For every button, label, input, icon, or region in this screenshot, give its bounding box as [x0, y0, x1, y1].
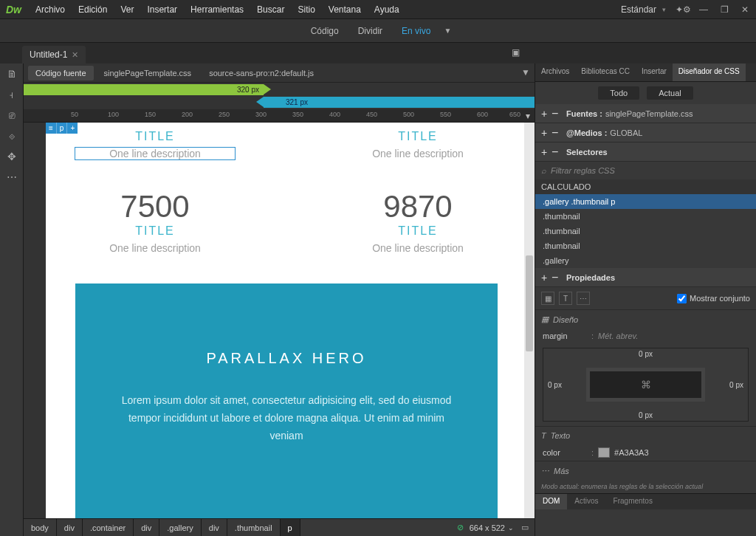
crumb-p[interactable]: p — [281, 519, 300, 536]
tab-fragmentos[interactable]: Fragmentos — [606, 494, 660, 509]
text-category-icon[interactable]: T — [559, 292, 572, 305]
tab-close-icon[interactable]: ✕ — [72, 50, 78, 60]
remove-icon[interactable]: − — [551, 271, 562, 284]
restore-icon[interactable]: ❐ — [716, 3, 732, 16]
add-media-icon[interactable]: + — [541, 127, 551, 139]
view-codigo[interactable]: Código — [305, 23, 345, 39]
crumb-div[interactable]: div — [57, 519, 83, 536]
related-file-css[interactable]: singlePageTemplate.css — [97, 66, 199, 80]
fuentes-row[interactable]: + − Fuentes : singlePageTemplate.css — [535, 104, 756, 123]
selector-item[interactable]: .gallery — [535, 253, 756, 268]
canvas-scrollbar[interactable] — [524, 123, 535, 518]
source-code-pill[interactable]: Código fuente — [28, 66, 94, 80]
file-icon[interactable]: 🗎 — [4, 68, 19, 80]
view-dropdown-icon[interactable]: ▼ — [444, 27, 451, 35]
remove-icon[interactable]: − — [551, 126, 562, 140]
split-icon[interactable]: ⫞ — [4, 89, 19, 100]
color-value[interactable]: #A3A3A3 — [614, 448, 648, 457]
layout-category-icon[interactable]: ▦ — [541, 292, 554, 305]
tab-disenador-css[interactable]: Diseñador de CSS — [673, 63, 746, 81]
close-window-icon[interactable]: ✕ — [737, 3, 753, 16]
margin-left-val[interactable]: 0 px — [548, 381, 562, 389]
element-selection-tag[interactable]: ≡ p + — [46, 123, 78, 134]
stat-card[interactable]: 9870 TITLE One line description — [338, 186, 498, 254]
thumbnail-card[interactable]: TITLE One line description — [338, 130, 498, 159]
menu-archivo[interactable]: Archivo — [29, 4, 72, 15]
filter-files-icon[interactable]: ▼ — [521, 67, 530, 78]
seltag-add-icon[interactable]: + — [67, 123, 78, 134]
selector-item[interactable]: .thumbnail — [535, 224, 756, 238]
menu-buscar[interactable]: Buscar — [250, 4, 291, 15]
mostrar-conjunto-input[interactable] — [677, 294, 687, 303]
selector-item[interactable]: .gallery .thumbnail p — [535, 194, 756, 209]
color-swatch[interactable] — [598, 447, 610, 458]
crumb-container[interactable]: .container — [83, 519, 134, 536]
menu-herramientas[interactable]: Herramientas — [184, 4, 250, 15]
margin-bottom-val[interactable]: 0 px — [639, 411, 653, 419]
margin-shorthand[interactable]: Mét. abrev. — [598, 331, 638, 340]
parallax-hero[interactable]: PARALLAX HERO Lorem ipsum dolor sit amet… — [75, 284, 498, 518]
margin-right-val[interactable]: 0 px — [729, 381, 743, 389]
view-en-vivo[interactable]: En vivo — [396, 23, 436, 39]
crumb-thumbnail[interactable]: .thumbnail — [227, 519, 281, 536]
tab-untitled-1[interactable]: Untitled-1 ✕ — [22, 46, 86, 63]
color-row[interactable]: color : #A3A3A3 — [535, 444, 756, 461]
margin-top-val[interactable]: 0 px — [639, 350, 653, 358]
tab-archivos[interactable]: Archivos — [535, 63, 575, 81]
add-property-icon[interactable]: + — [541, 272, 551, 284]
menu-ver[interactable]: Ver — [114, 4, 140, 15]
filter-selectors[interactable]: ⌕ Filtrar reglas CSS — [535, 162, 756, 179]
tab-insertar[interactable]: Insertar — [636, 63, 673, 81]
selectores-row[interactable]: + − Selectores — [535, 142, 756, 162]
tab-bibliotecas[interactable]: Bibliotecas CC — [575, 63, 636, 81]
more-category-icon[interactable]: ⋯ — [577, 292, 590, 305]
menu-insertar[interactable]: Insertar — [140, 4, 184, 15]
link-values-icon[interactable]: ⌘ — [641, 379, 651, 391]
stat-card[interactable]: 7500 TITLE One line description — [75, 186, 235, 254]
propiedades-row[interactable]: + − Propiedades — [535, 268, 756, 287]
minimize-icon[interactable]: — — [695, 3, 712, 16]
menu-ayuda[interactable]: Ayuda — [368, 4, 406, 15]
medios-row[interactable]: + − @Medios : GLOBAL — [535, 123, 756, 142]
sync-settings-icon[interactable]: ✦⚙ — [675, 3, 691, 16]
status-ok-icon[interactable]: ⊘ — [457, 523, 464, 532]
menu-ventana[interactable]: Ventana — [322, 4, 368, 15]
card-desc-selected[interactable]: One line description — [75, 148, 235, 159]
tab-dom[interactable]: DOM — [535, 494, 567, 509]
breakpoints-bar[interactable]: 320 px 321 px — [24, 83, 535, 109]
remove-icon[interactable]: − — [551, 107, 562, 120]
add-source-icon[interactable]: + — [541, 108, 551, 120]
menu-edicion[interactable]: Edición — [72, 4, 114, 15]
more-icon[interactable]: ⋯ — [4, 171, 19, 183]
subtab-todo[interactable]: Todo — [598, 86, 639, 100]
related-file-js[interactable]: source-sans-pro:n2:default.js — [202, 66, 321, 80]
remove-icon[interactable]: − — [551, 145, 562, 159]
target-icon[interactable]: ✥ — [4, 151, 19, 162]
expand-panels-icon[interactable]: ▣ — [512, 47, 520, 58]
tab-activos[interactable]: Activos — [567, 494, 605, 509]
scrollbar-thumb[interactable] — [526, 255, 533, 351]
mas-section-header[interactable]: ⋯ Más — [535, 461, 756, 480]
device-preview-icon[interactable]: ▭ — [521, 523, 529, 532]
add-selector-icon[interactable]: + — [541, 146, 551, 158]
workspace-dropdown[interactable]: Estándar — [616, 3, 670, 16]
view-dividir[interactable]: Dividir — [352, 23, 388, 39]
seltag-menu-icon[interactable]: ≡ — [46, 123, 57, 134]
crumb-div[interactable]: div — [134, 519, 159, 536]
design-canvas[interactable]: ≡ p + TITLE One line description TITLE O… — [46, 123, 527, 518]
crumb-div[interactable]: div — [202, 519, 227, 536]
crumb-gallery[interactable]: .gallery — [159, 519, 201, 536]
selector-item[interactable]: .thumbnail — [535, 209, 756, 224]
crumb-body[interactable]: body — [24, 519, 57, 536]
selector-item[interactable]: .thumbnail — [535, 238, 756, 253]
thumbnail-card[interactable]: TITLE One line description — [75, 130, 235, 159]
live-icon[interactable]: ⎚ — [4, 109, 19, 121]
subtab-actual[interactable]: Actual — [647, 86, 693, 100]
menu-sitio[interactable]: Sitio — [291, 4, 321, 15]
ruler-marker-icon[interactable]: ▾ — [526, 111, 530, 121]
wand-icon[interactable]: ⟐ — [4, 130, 19, 142]
mostrar-conjunto-checkbox[interactable]: Mostrar conjunto — [677, 294, 750, 303]
margin-box-model[interactable]: 0 px 0 px 0 px 0 px ⌘ — [543, 348, 749, 422]
seltag-element[interactable]: p — [57, 123, 68, 134]
canvas-size[interactable]: 664 x 522⌄ — [470, 523, 514, 532]
